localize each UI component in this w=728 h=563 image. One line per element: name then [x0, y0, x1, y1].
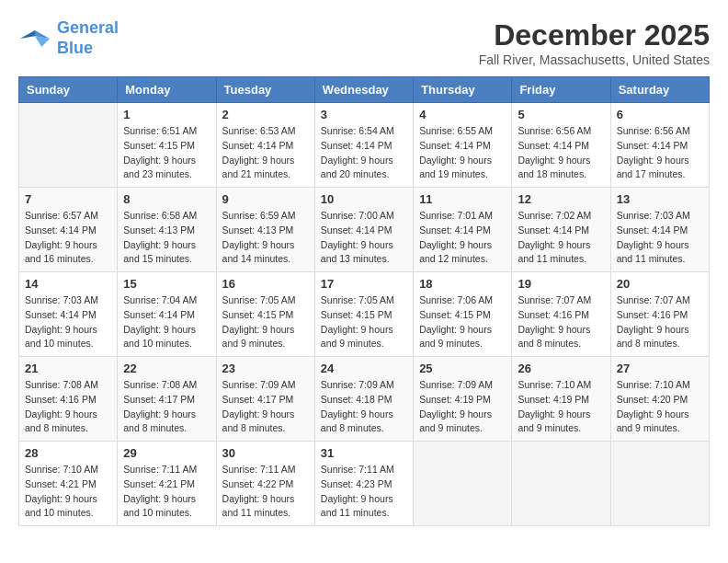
calendar-cell: 6Sunrise: 6:56 AMSunset: 4:14 PMDaylight…: [610, 103, 709, 188]
calendar-cell: 15Sunrise: 7:04 AMSunset: 4:14 PMDayligh…: [118, 272, 216, 357]
day-info: Sunrise: 7:07 AMSunset: 4:16 PMDaylight:…: [518, 293, 604, 351]
day-info: Sunrise: 6:53 AMSunset: 4:14 PMDaylight:…: [222, 124, 309, 182]
day-info: Sunrise: 6:51 AMSunset: 4:15 PMDaylight:…: [123, 124, 210, 182]
day-number: 20: [617, 277, 703, 291]
day-number: 27: [617, 362, 703, 375]
calendar-cell: 22Sunrise: 7:08 AMSunset: 4:17 PMDayligh…: [118, 357, 216, 442]
weekday-header-wednesday: Wednesday: [314, 77, 413, 103]
day-number: 7: [25, 192, 111, 206]
calendar-cell: 21Sunrise: 7:08 AMSunset: 4:16 PMDayligh…: [19, 357, 118, 442]
logo-line1: General: [57, 18, 119, 37]
day-number: 25: [419, 362, 506, 375]
calendar-cell: 23Sunrise: 7:09 AMSunset: 4:17 PMDayligh…: [216, 357, 314, 442]
day-info: Sunrise: 7:10 AMSunset: 4:21 PMDaylight:…: [25, 463, 111, 521]
day-number: 9: [222, 192, 309, 206]
day-number: 14: [25, 277, 111, 291]
calendar-cell: 19Sunrise: 7:07 AMSunset: 4:16 PMDayligh…: [512, 272, 610, 357]
weekday-header-thursday: Thursday: [414, 77, 512, 103]
calendar-cell: 31Sunrise: 7:11 AMSunset: 4:23 PMDayligh…: [314, 442, 413, 526]
calendar-cell: [610, 442, 709, 526]
title-area: December 2025 Fall River, Massachusetts,…: [479, 18, 710, 67]
day-number: 10: [321, 192, 407, 206]
day-number: 16: [222, 277, 309, 291]
day-number: 18: [419, 277, 506, 291]
day-info: Sunrise: 6:56 AMSunset: 4:14 PMDaylight:…: [617, 124, 703, 182]
day-info: Sunrise: 7:05 AMSunset: 4:15 PMDaylight:…: [321, 293, 407, 351]
day-number: 4: [419, 108, 506, 121]
day-info: Sunrise: 7:09 AMSunset: 4:17 PMDaylight:…: [222, 378, 309, 436]
page-header: General Blue December 2025 Fall River, M…: [18, 18, 710, 67]
day-info: Sunrise: 7:08 AMSunset: 4:17 PMDaylight:…: [123, 378, 210, 436]
logo-icon: [18, 26, 51, 52]
calendar-cell: 2Sunrise: 6:53 AMSunset: 4:14 PMDaylight…: [216, 103, 314, 188]
day-info: Sunrise: 6:58 AMSunset: 4:13 PMDaylight:…: [123, 209, 210, 267]
day-info: Sunrise: 6:55 AMSunset: 4:14 PMDaylight:…: [419, 124, 506, 182]
day-info: Sunrise: 6:57 AMSunset: 4:14 PMDaylight:…: [25, 209, 111, 267]
logo-line2: Blue: [57, 39, 93, 57]
day-info: Sunrise: 7:10 AMSunset: 4:19 PMDaylight:…: [518, 378, 604, 436]
day-info: Sunrise: 6:56 AMSunset: 4:14 PMDaylight:…: [518, 124, 604, 182]
calendar-cell: 12Sunrise: 7:02 AMSunset: 4:14 PMDayligh…: [512, 188, 610, 272]
day-number: 3: [321, 108, 407, 121]
day-info: Sunrise: 7:00 AMSunset: 4:14 PMDaylight:…: [321, 209, 407, 267]
day-info: Sunrise: 7:11 AMSunset: 4:23 PMDaylight:…: [321, 463, 407, 521]
day-info: Sunrise: 6:59 AMSunset: 4:13 PMDaylight:…: [222, 209, 309, 267]
day-info: Sunrise: 7:07 AMSunset: 4:16 PMDaylight:…: [617, 293, 703, 351]
day-number: 2: [222, 108, 309, 121]
day-info: Sunrise: 6:54 AMSunset: 4:14 PMDaylight:…: [321, 124, 407, 182]
day-info: Sunrise: 7:02 AMSunset: 4:14 PMDaylight:…: [518, 209, 604, 267]
calendar-cell: [19, 103, 118, 188]
svg-marker-1: [20, 30, 35, 39]
day-number: 26: [518, 362, 604, 375]
day-number: 29: [123, 446, 210, 460]
calendar-week-row: 28Sunrise: 7:10 AMSunset: 4:21 PMDayligh…: [19, 442, 710, 526]
day-info: Sunrise: 7:06 AMSunset: 4:15 PMDaylight:…: [419, 293, 506, 351]
calendar-cell: 13Sunrise: 7:03 AMSunset: 4:14 PMDayligh…: [610, 188, 709, 272]
calendar-cell: 10Sunrise: 7:00 AMSunset: 4:14 PMDayligh…: [314, 188, 413, 272]
day-number: 23: [222, 362, 309, 375]
calendar-cell: 9Sunrise: 6:59 AMSunset: 4:13 PMDaylight…: [216, 188, 314, 272]
day-info: Sunrise: 7:08 AMSunset: 4:16 PMDaylight:…: [25, 378, 111, 436]
day-number: 21: [25, 362, 111, 375]
calendar-cell: 5Sunrise: 6:56 AMSunset: 4:14 PMDaylight…: [512, 103, 610, 188]
logo: General Blue: [18, 18, 119, 58]
day-info: Sunrise: 7:04 AMSunset: 4:14 PMDaylight:…: [123, 293, 210, 351]
day-number: 12: [518, 192, 604, 206]
weekday-header-row: SundayMondayTuesdayWednesdayThursdayFrid…: [19, 77, 710, 103]
calendar-week-row: 1Sunrise: 6:51 AMSunset: 4:15 PMDaylight…: [19, 103, 710, 188]
day-number: 19: [518, 277, 604, 291]
calendar-week-row: 7Sunrise: 6:57 AMSunset: 4:14 PMDaylight…: [19, 188, 710, 272]
calendar-cell: 8Sunrise: 6:58 AMSunset: 4:13 PMDaylight…: [118, 188, 216, 272]
calendar-week-row: 21Sunrise: 7:08 AMSunset: 4:16 PMDayligh…: [19, 357, 710, 442]
day-info: Sunrise: 7:10 AMSunset: 4:20 PMDaylight:…: [617, 378, 703, 436]
calendar-cell: 24Sunrise: 7:09 AMSunset: 4:18 PMDayligh…: [314, 357, 413, 442]
day-number: 30: [222, 446, 309, 460]
day-number: 28: [25, 446, 111, 460]
day-info: Sunrise: 7:03 AMSunset: 4:14 PMDaylight:…: [617, 209, 703, 267]
weekday-header-sunday: Sunday: [19, 77, 118, 103]
calendar-cell: 17Sunrise: 7:05 AMSunset: 4:15 PMDayligh…: [314, 272, 413, 357]
calendar-cell: 4Sunrise: 6:55 AMSunset: 4:14 PMDaylight…: [414, 103, 512, 188]
day-number: 11: [419, 192, 506, 206]
day-info: Sunrise: 7:05 AMSunset: 4:15 PMDaylight:…: [222, 293, 309, 351]
day-number: 6: [617, 108, 703, 121]
calendar-cell: 29Sunrise: 7:11 AMSunset: 4:21 PMDayligh…: [118, 442, 216, 526]
logo-text: General Blue: [57, 18, 119, 58]
calendar-cell: 11Sunrise: 7:01 AMSunset: 4:14 PMDayligh…: [414, 188, 512, 272]
weekday-header-friday: Friday: [512, 77, 610, 103]
calendar-week-row: 14Sunrise: 7:03 AMSunset: 4:14 PMDayligh…: [19, 272, 710, 357]
day-info: Sunrise: 7:11 AMSunset: 4:21 PMDaylight:…: [123, 463, 210, 521]
day-info: Sunrise: 7:11 AMSunset: 4:22 PMDaylight:…: [222, 463, 309, 521]
calendar-cell: 16Sunrise: 7:05 AMSunset: 4:15 PMDayligh…: [216, 272, 314, 357]
weekday-header-monday: Monday: [118, 77, 216, 103]
day-number: 5: [518, 108, 604, 121]
day-number: 17: [321, 277, 407, 291]
calendar-cell: 7Sunrise: 6:57 AMSunset: 4:14 PMDaylight…: [19, 188, 118, 272]
calendar-cell: 14Sunrise: 7:03 AMSunset: 4:14 PMDayligh…: [19, 272, 118, 357]
calendar-table: SundayMondayTuesdayWednesdayThursdayFrid…: [18, 76, 710, 526]
month-title: December 2025: [479, 18, 710, 52]
weekday-header-tuesday: Tuesday: [216, 77, 314, 103]
calendar-cell: 18Sunrise: 7:06 AMSunset: 4:15 PMDayligh…: [414, 272, 512, 357]
day-number: 13: [617, 192, 703, 206]
calendar-cell: 25Sunrise: 7:09 AMSunset: 4:19 PMDayligh…: [414, 357, 512, 442]
